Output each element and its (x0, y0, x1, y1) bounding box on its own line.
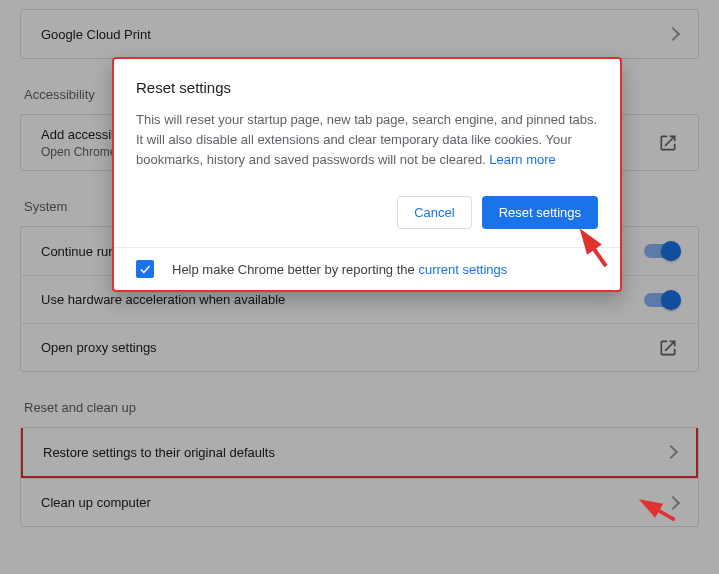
dialog-description: This will reset your startup page, new t… (136, 110, 598, 170)
check-icon (138, 262, 152, 276)
report-settings-label: Help make Chrome better by reporting the… (172, 262, 507, 277)
reset-settings-dialog: Reset settings This will reset your star… (112, 57, 622, 292)
learn-more-link[interactable]: Learn more (489, 152, 555, 167)
reset-settings-button[interactable]: Reset settings (482, 196, 598, 229)
cancel-button[interactable]: Cancel (397, 196, 471, 229)
report-settings-checkbox[interactable] (136, 260, 154, 278)
dialog-title: Reset settings (136, 79, 598, 96)
current-settings-link[interactable]: current settings (418, 262, 507, 277)
